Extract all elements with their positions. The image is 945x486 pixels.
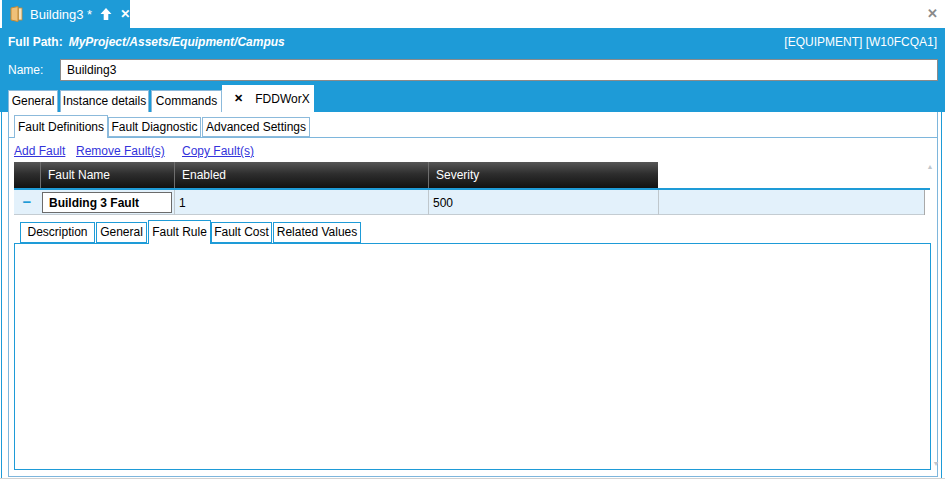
name-input[interactable]	[60, 59, 938, 81]
cell-separator	[658, 190, 659, 215]
fault-definitions-pane-border	[8, 137, 938, 138]
column-enabled[interactable]: Enabled	[174, 162, 428, 188]
workbench-property-window: Building3 * ✕ ✕ Full Path: MyProject/Ass…	[0, 0, 945, 486]
fault-rule-pane	[14, 243, 931, 470]
full-path-label: Full Path:	[8, 35, 63, 49]
copy-fault-link[interactable]: Copy Fault(s)	[182, 144, 254, 158]
selector-column-header	[14, 162, 40, 188]
tab-instance-details[interactable]: Instance details	[60, 90, 149, 112]
full-path-value: MyProject/Assets/Equipment/Campus	[69, 35, 285, 49]
enabled-cell[interactable]: 1	[179, 196, 186, 210]
full-path-bar: Full Path: MyProject/Assets/Equipment/Ca…	[0, 28, 945, 56]
tab-fddworx-label: FDDWorX	[255, 92, 309, 106]
column-fault-name[interactable]: Fault Name	[40, 162, 174, 188]
tab-fddworx[interactable]: ✕ FDDWorX	[222, 85, 314, 112]
close-fddworx-tab-icon[interactable]: ✕	[234, 92, 243, 105]
document-tab-close-icon[interactable]: ✕	[120, 7, 130, 21]
fault-name-cell-input[interactable]	[42, 192, 172, 213]
bottom-divider	[0, 478, 945, 479]
collapse-row-icon[interactable]: −	[20, 192, 34, 212]
document-title: Building3 *	[30, 7, 92, 22]
tab-description[interactable]: Description	[20, 222, 95, 243]
scroll-up-icon[interactable]: ▲	[922, 163, 938, 170]
name-label: Name:	[8, 63, 43, 77]
window-border-right	[941, 28, 942, 478]
cell-separator	[174, 190, 175, 215]
fault-table-header: Fault Name Enabled Severity	[14, 162, 658, 188]
add-fault-link[interactable]: Add Fault	[14, 144, 65, 158]
main-tab-strip: General Instance details Commands ✕ FDDW…	[0, 84, 945, 112]
tab-fault-diagnostic[interactable]: Fault Diagnostic	[108, 117, 201, 137]
context-badge: [EQUIPMENT] [W10FCQA1]	[784, 35, 937, 49]
close-pane-icon[interactable]: ✕	[927, 6, 938, 21]
cell-separator	[924, 190, 925, 215]
tab-general-rule[interactable]: General	[96, 222, 147, 243]
promote-icon[interactable]	[99, 7, 113, 21]
window-border-left	[1, 28, 2, 478]
tab-fault-definitions[interactable]: Fault Definitions	[14, 115, 108, 138]
severity-cell[interactable]: 500	[433, 196, 453, 210]
remove-fault-link[interactable]: Remove Fault(s)	[76, 144, 165, 158]
tab-related-values[interactable]: Related Values	[273, 222, 361, 243]
tab-commands[interactable]: Commands	[151, 90, 222, 112]
tab-fault-cost[interactable]: Fault Cost	[211, 222, 272, 243]
tab-fault-rule[interactable]: Fault Rule	[148, 220, 211, 244]
document-tab[interactable]: Building3 * ✕	[2, 0, 130, 28]
column-severity[interactable]: Severity	[428, 162, 658, 188]
tab-advanced-settings[interactable]: Advanced Settings	[202, 117, 310, 137]
folder-icon	[10, 6, 23, 22]
name-row: Name:	[0, 56, 945, 84]
tab-general[interactable]: General	[8, 90, 58, 112]
cell-separator	[428, 190, 429, 215]
